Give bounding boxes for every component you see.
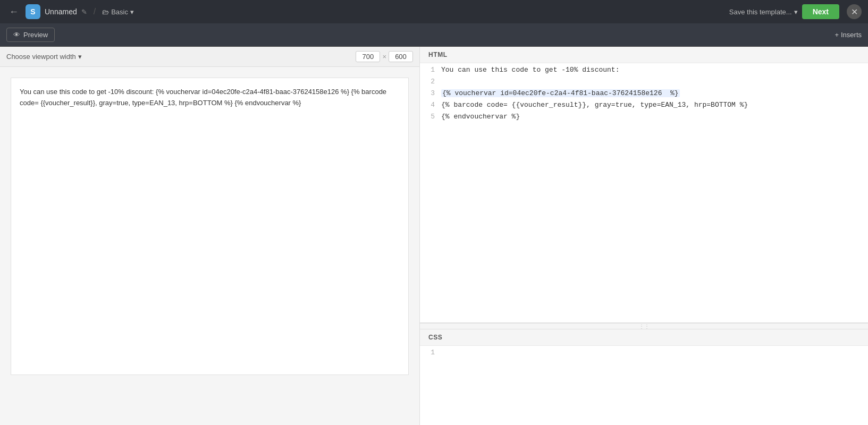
back-button[interactable]: ← xyxy=(6,4,21,19)
preview-area: You can use this code to get -10% discou… xyxy=(0,67,419,425)
viewport-chevron-icon: ▾ xyxy=(78,53,82,61)
line-number: 1 xyxy=(420,348,441,356)
viewport-size-group: × xyxy=(356,51,413,62)
main-layout: Choose viewport width ▾ × You can use th… xyxy=(0,47,868,425)
viewport-height-input[interactable] xyxy=(389,51,413,62)
line-number: 2 xyxy=(420,78,441,86)
html-code-editor[interactable]: 1You can use this code to get -10% disco… xyxy=(420,63,868,322)
preview-content: You can use this code to get -10% discou… xyxy=(11,78,409,375)
viewport-x-separator: × xyxy=(382,53,386,61)
inserts-label: Inserts xyxy=(841,31,862,39)
folder-chevron-icon: ▾ xyxy=(130,8,134,16)
html-panel: HTML 1You can use this code to get -10% … xyxy=(420,47,868,323)
line-content: {% barcode code= {{voucher_result}}, gra… xyxy=(441,101,748,109)
viewport-bar: Choose viewport width ▾ × xyxy=(0,47,419,67)
folder-name: Basic xyxy=(111,8,128,16)
css-panel-header: CSS xyxy=(420,329,868,346)
save-template-button[interactable]: Save this template... ▾ xyxy=(729,8,798,16)
line-content: {% vouchervar id=04ec20fe-c2a4-4f81-baac… xyxy=(441,89,680,97)
code-line: 1 xyxy=(420,348,868,360)
edit-title-icon[interactable]: ✎ xyxy=(81,8,87,16)
code-line: 4{% barcode code= {{voucher_result}}, gr… xyxy=(420,100,868,112)
folder-selector[interactable]: 🗁 Basic ▾ xyxy=(102,8,134,16)
save-chevron-icon: ▾ xyxy=(794,8,798,16)
css-panel: CSS 1 xyxy=(420,329,868,425)
resize-handle[interactable]: ⋮⋮ xyxy=(420,323,868,329)
line-number: 3 xyxy=(420,89,441,97)
line-number: 5 xyxy=(420,113,441,121)
save-template-label: Save this template... xyxy=(729,8,792,16)
plus-icon: + xyxy=(835,31,839,39)
inserts-button[interactable]: + Inserts xyxy=(835,31,862,39)
code-line: 1You can use this code to get -10% disco… xyxy=(420,65,868,77)
code-line: 3{% vouchervar id=04ec20fe-c2a4-4f81-baa… xyxy=(420,89,868,100)
html-panel-header: HTML xyxy=(420,47,868,63)
document-title: Unnamed xyxy=(45,7,77,16)
line-number: 1 xyxy=(420,66,441,74)
next-button[interactable]: Next xyxy=(802,4,839,19)
preview-button[interactable]: 👁 Preview xyxy=(6,28,55,42)
viewport-width-input[interactable] xyxy=(356,51,380,62)
preview-label: Preview xyxy=(23,31,48,39)
viewport-dropdown[interactable]: Choose viewport width ▾ xyxy=(6,53,82,61)
close-button[interactable]: ✕ xyxy=(847,4,862,19)
toolbar: 👁 Preview + Inserts xyxy=(0,23,868,47)
css-code-editor[interactable]: 1 xyxy=(420,346,868,425)
line-content: You can use this code to get -10% discou… xyxy=(441,66,619,74)
line-number: 4 xyxy=(420,101,441,109)
top-nav: ← S Unnamed ✎ / 🗁 Basic ▾ Save this temp… xyxy=(0,0,868,23)
right-pane: HTML 1You can use this code to get -10% … xyxy=(420,47,868,425)
viewport-label: Choose viewport width xyxy=(6,53,76,61)
eye-icon: 👁 xyxy=(13,31,20,39)
nav-separator: / xyxy=(94,7,96,16)
code-line: 5{% endvouchervar %} xyxy=(420,112,868,124)
drag-dots-icon: ⋮⋮ xyxy=(639,324,650,329)
folder-icon: 🗁 xyxy=(102,8,109,16)
code-line: 2 xyxy=(420,77,868,89)
left-pane: Choose viewport width ▾ × You can use th… xyxy=(0,47,420,425)
line-content: {% endvouchervar %} xyxy=(441,113,520,121)
app-logo: S xyxy=(26,4,40,19)
